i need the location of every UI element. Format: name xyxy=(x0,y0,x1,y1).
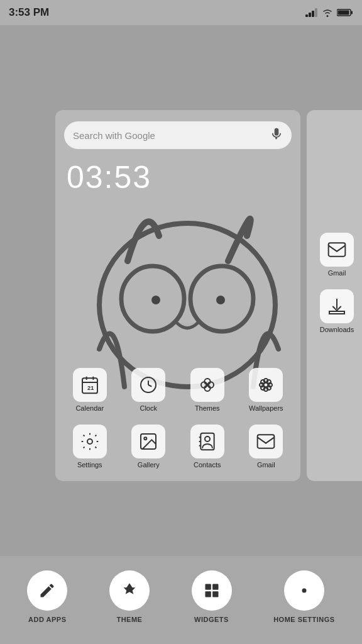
app-item-wallpapers[interactable]: Wallpapers xyxy=(243,368,288,412)
svg-line-19 xyxy=(148,385,151,387)
partial-downloads-icon-box xyxy=(320,289,354,323)
app-row-2: Settings Gallery xyxy=(55,425,300,469)
wallpapers-icon-box xyxy=(249,368,283,402)
svg-point-23 xyxy=(207,382,213,387)
svg-rect-43 xyxy=(205,584,211,590)
app-item-contacts[interactable]: Contacts xyxy=(185,425,230,469)
svg-point-21 xyxy=(204,386,210,391)
signal-icon xyxy=(305,8,318,17)
clock-icon-box xyxy=(131,368,165,402)
add-apps-label: ADD APPS xyxy=(28,616,66,623)
status-time: 3:53 PM xyxy=(9,6,49,19)
themes-label: Themes xyxy=(195,404,220,412)
gmail-label: Gmail xyxy=(257,461,275,469)
app-item-calendar[interactable]: 21 Calendar xyxy=(67,368,112,412)
clock-display: 03:53 xyxy=(67,159,151,196)
add-apps-circle xyxy=(27,570,67,611)
toolbar-home-settings[interactable]: HOME SETTINGS xyxy=(273,570,335,623)
mic-icon[interactable] xyxy=(270,128,283,143)
home-settings-circle xyxy=(284,570,324,611)
home-card: Search with Google 03:53 21 Calendar xyxy=(55,110,300,481)
theme-circle xyxy=(109,570,150,611)
settings-icon-box xyxy=(73,425,107,458)
widgets-label: WIDGETS xyxy=(194,616,229,623)
svg-text:21: 21 xyxy=(87,385,94,391)
partial-card: Gmail Downloads xyxy=(307,110,362,481)
partial-gmail-icon-box xyxy=(320,233,354,267)
svg-rect-6 xyxy=(338,11,349,15)
svg-point-35 xyxy=(145,437,147,440)
partial-app-downloads[interactable]: Downloads xyxy=(314,289,359,333)
app-item-gmail[interactable]: Gmail xyxy=(243,425,288,469)
calendar-label: Calendar xyxy=(75,404,104,412)
svg-rect-0 xyxy=(305,14,308,17)
home-settings-label: HOME SETTINGS xyxy=(273,616,335,623)
app-row-1: 21 Calendar Clock xyxy=(55,368,300,412)
svg-point-20 xyxy=(204,379,210,384)
svg-rect-2 xyxy=(312,11,314,17)
toolbar-widgets[interactable]: WIDGETS xyxy=(192,570,232,623)
app-item-clock[interactable]: Clock xyxy=(126,368,171,412)
svg-rect-42 xyxy=(329,243,346,256)
themes-icon-box xyxy=(190,368,224,402)
svg-point-22 xyxy=(201,382,207,387)
status-icons xyxy=(305,8,353,17)
search-placeholder: Search with Google xyxy=(73,130,270,141)
toolbar-add-apps[interactable]: ADD APPS xyxy=(27,570,67,623)
widgets-circle xyxy=(192,570,232,611)
battery-icon xyxy=(337,8,353,17)
svg-rect-3 xyxy=(315,8,317,17)
svg-point-33 xyxy=(87,439,92,444)
svg-rect-41 xyxy=(258,435,275,448)
bottom-toolbar: ADD APPS THEME WIDGETS HOM xyxy=(0,556,362,644)
partial-downloads-label: Downloads xyxy=(320,326,354,333)
app-item-themes[interactable]: Themes xyxy=(185,368,230,412)
svg-point-37 xyxy=(205,436,210,441)
svg-rect-5 xyxy=(351,11,353,14)
status-bar: 3:53 PM xyxy=(0,0,362,25)
app-item-settings[interactable]: Settings xyxy=(67,425,112,469)
toolbar-theme[interactable]: THEME xyxy=(109,570,150,623)
wallpapers-label: Wallpapers xyxy=(249,404,283,412)
gallery-label: Gallery xyxy=(138,461,160,469)
contacts-label: Contacts xyxy=(194,461,221,469)
svg-rect-46 xyxy=(212,591,218,597)
theme-label: THEME xyxy=(116,616,142,623)
svg-rect-45 xyxy=(205,591,211,597)
clock-label: Clock xyxy=(140,404,157,412)
settings-label: Settings xyxy=(77,461,102,469)
app-item-gallery[interactable]: Gallery xyxy=(126,425,171,469)
svg-rect-1 xyxy=(309,13,311,17)
svg-point-11 xyxy=(216,296,225,304)
partial-gmail-label: Gmail xyxy=(328,269,346,277)
gallery-icon-box xyxy=(131,425,165,458)
svg-point-10 xyxy=(151,296,160,304)
search-bar[interactable]: Search with Google xyxy=(64,121,292,149)
wifi-icon xyxy=(322,8,333,17)
svg-rect-44 xyxy=(212,584,218,590)
gmail-icon-box xyxy=(249,425,283,458)
contacts-icon-box xyxy=(190,425,224,458)
svg-point-47 xyxy=(302,589,306,593)
partial-app-gmail[interactable]: Gmail xyxy=(314,233,359,277)
calendar-icon-box: 21 xyxy=(73,368,107,402)
